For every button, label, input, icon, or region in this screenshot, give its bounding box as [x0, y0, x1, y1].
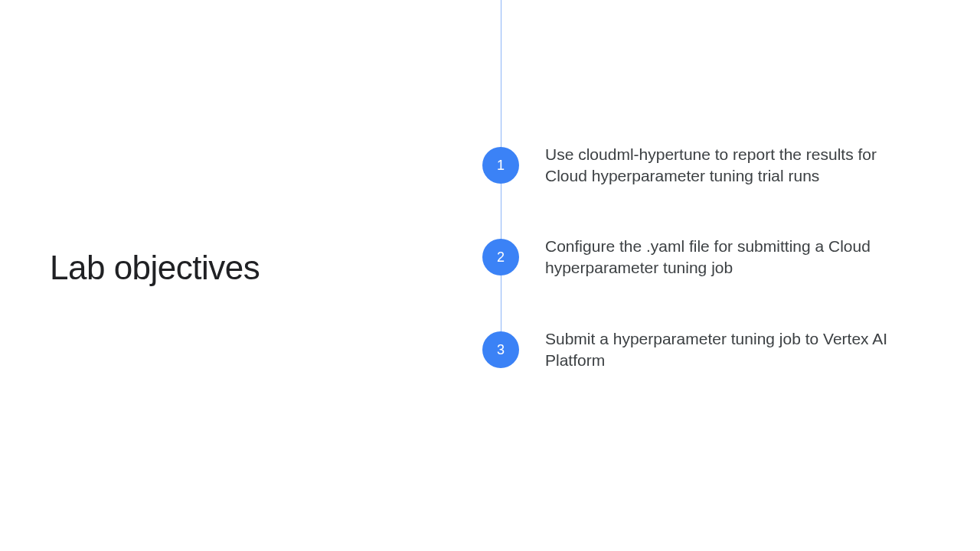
- step-badge-3: 3: [482, 331, 519, 368]
- step-badge-1: 1: [482, 147, 519, 184]
- step-2: 2 Configure the .yaml file for submittin…: [482, 236, 913, 279]
- step-text-2: Configure the .yaml file for submitting …: [545, 236, 913, 279]
- step-3: 3 Submit a hyperparameter tuning job to …: [482, 328, 913, 372]
- step-badge-2: 2: [482, 239, 519, 276]
- slide-title: Lab objectives: [50, 249, 260, 287]
- step-text-3: Submit a hyperparameter tuning job to Ve…: [545, 328, 913, 372]
- step-text-1: Use cloudml-hypertune to report the resu…: [545, 144, 913, 187]
- slide: Lab objectives 1 Use cloudml-hypertune t…: [0, 0, 980, 551]
- step-1: 1 Use cloudml-hypertune to report the re…: [482, 144, 913, 187]
